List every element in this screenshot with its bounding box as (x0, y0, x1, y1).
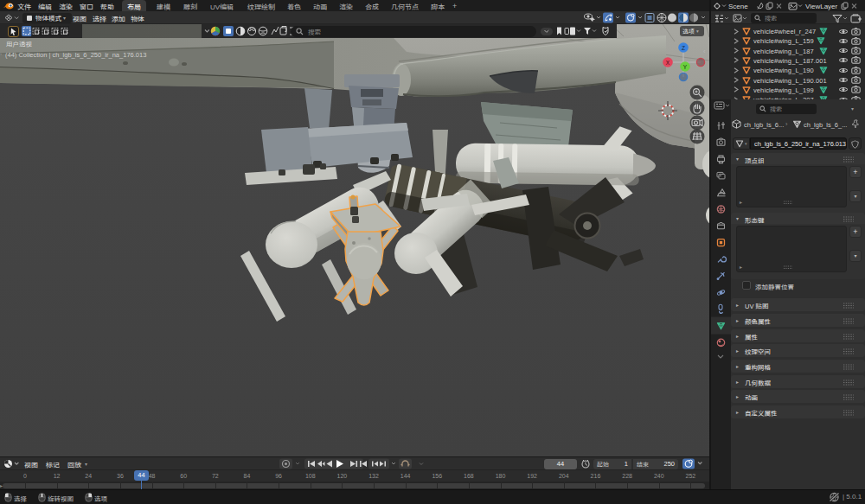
svg-text:Y: Y (683, 64, 688, 70)
svg-text:‹: ‹ (703, 48, 706, 55)
svg-text:ViewLayer: ViewLayer (805, 3, 838, 10)
svg-text:X: X (666, 60, 670, 66)
svg-text:Z: Z (682, 45, 685, 51)
svg-text:Scene: Scene (728, 3, 748, 10)
svg-text:›: › (0, 51, 2, 56)
svg-text:用户透视: 用户透视 (6, 41, 32, 48)
svg-text:(44) Collection | ch_lgb_ls_6_: (44) Collection | ch_lgb_ls_6_250_ir_na_… (5, 51, 146, 59)
